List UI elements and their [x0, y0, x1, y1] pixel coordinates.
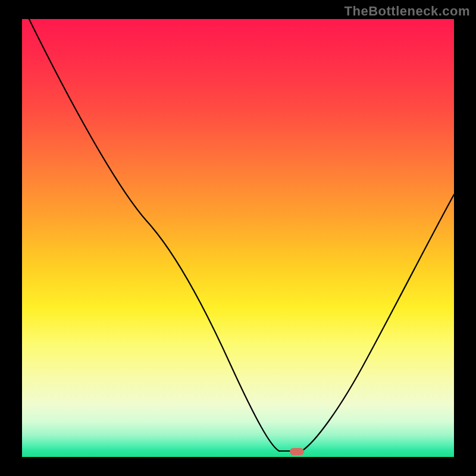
- bottleneck-curve: [22, 19, 454, 457]
- curve-right-arm: [302, 195, 454, 451]
- optimal-marker: [290, 448, 304, 455]
- chart-frame: TheBottleneck.com: [0, 0, 476, 476]
- plot-area: [22, 19, 454, 457]
- curve-left-arm: [22, 19, 279, 451]
- watermark-text: TheBottleneck.com: [345, 4, 470, 19]
